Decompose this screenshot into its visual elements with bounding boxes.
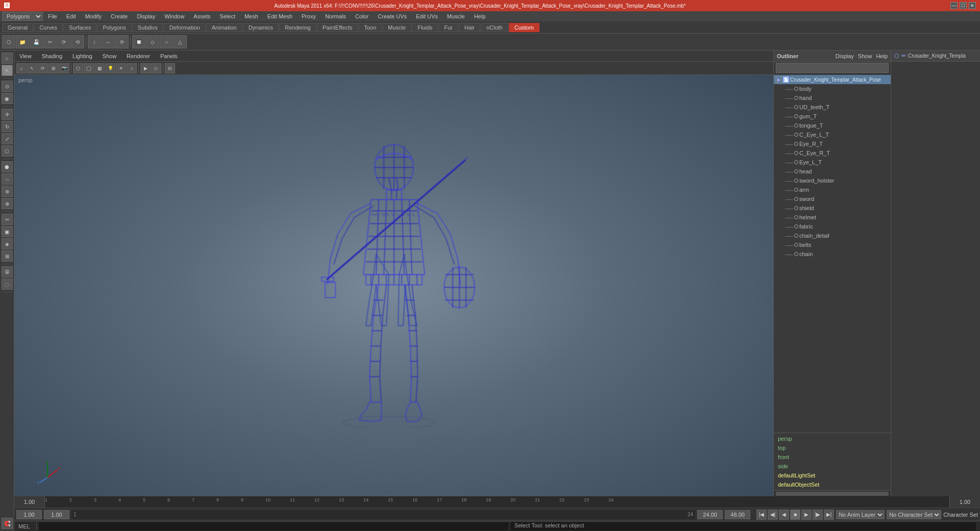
vp-icon-ipr[interactable]: ▷ xyxy=(151,63,161,73)
shelf-tab-ncloth[interactable]: nCloth xyxy=(481,23,508,32)
step-forward-button[interactable]: |▶ xyxy=(813,510,823,520)
menu-edit[interactable]: Edit xyxy=(62,12,80,20)
shelf-icon-3[interactable]: 💾 xyxy=(30,35,43,48)
goto-end-button[interactable]: ▶| xyxy=(824,510,834,520)
menu-muscle[interactable]: Muscle xyxy=(443,12,469,20)
tree-item-chain[interactable]: —— chain xyxy=(774,249,891,259)
outliner-help-btn[interactable]: Help xyxy=(876,53,888,59)
transform-tool[interactable]: ⬡ xyxy=(2,145,13,157)
shelf-icon-8[interactable]: ↔ xyxy=(102,35,115,48)
vp-icon-smooth[interactable]: ◯ xyxy=(84,63,94,73)
paint-tool[interactable]: ◉ xyxy=(2,93,13,104)
shelf-tab-fur[interactable]: Fur xyxy=(438,23,458,32)
vp-icon-refresh[interactable]: ⟳ xyxy=(38,63,48,73)
stop-button[interactable]: ■ xyxy=(790,510,800,520)
char-set-select[interactable]: No Character Set xyxy=(887,510,941,519)
tree-item-ceyerT[interactable]: —— C_Eye_R_T xyxy=(774,148,891,158)
menu-editmesh[interactable]: Edit Mesh xyxy=(263,12,297,20)
maximize-button[interactable]: ☐ xyxy=(960,2,967,9)
shelf-icon-12[interactable]: ○ xyxy=(160,35,173,48)
time-field-current[interactable] xyxy=(44,510,69,519)
snap-tool[interactable]: 🧲 xyxy=(2,518,13,529)
shelf-tab-dynamics[interactable]: Dynamics xyxy=(243,23,279,32)
vp-icon-home[interactable]: ⌂ xyxy=(16,63,27,73)
menu-display[interactable]: Display xyxy=(133,12,159,20)
shelf-icon-6[interactable]: ⟲ xyxy=(71,35,84,48)
tree-item-ceyelT[interactable]: —— C_Eye_L_T xyxy=(774,130,891,139)
menu-mesh[interactable]: Mesh xyxy=(240,12,262,20)
goto-start-button[interactable]: |◀ xyxy=(756,510,767,520)
step-back-button[interactable]: ◀| xyxy=(768,510,778,520)
bevel-tool[interactable]: ◈ xyxy=(2,238,13,249)
time-field-end2[interactable] xyxy=(725,510,750,519)
shelf-tab-deformation[interactable]: Deformation xyxy=(164,23,206,32)
shelf-icon-9[interactable]: ⟳ xyxy=(115,35,129,48)
menu-assets[interactable]: Assets xyxy=(189,12,214,20)
time-end[interactable]: 1.00 xyxy=(949,496,980,508)
shelf-icon-2[interactable]: 📁 xyxy=(16,35,29,48)
polygon-tool[interactable]: ⬟ xyxy=(2,161,13,172)
shelf-tab-rendering[interactable]: Rendering xyxy=(279,23,316,32)
tree-item-gum[interactable]: —— gum_T xyxy=(774,112,891,121)
shelf-tab-general[interactable]: General xyxy=(2,23,33,32)
time-field-start[interactable] xyxy=(16,510,42,519)
shelf-tab-painteffects[interactable]: PaintEffects xyxy=(317,23,358,32)
menu-color[interactable]: Color xyxy=(351,12,373,20)
menu-help[interactable]: Help xyxy=(470,12,490,20)
shelf-tab-animation[interactable]: Animation xyxy=(206,23,242,32)
menu-create[interactable]: Create xyxy=(107,12,132,20)
mel-input[interactable] xyxy=(39,522,508,530)
rivet-tool[interactable]: ⦿ xyxy=(2,266,13,277)
merge-tool[interactable]: ⊞ xyxy=(2,250,13,262)
tree-item-eyelT[interactable]: —— Eye_L_T xyxy=(774,158,891,167)
shelf-tab-hair[interactable]: Hair xyxy=(459,23,480,32)
vp-icon-light-2[interactable]: ☀ xyxy=(116,63,126,73)
shelf-icon-4[interactable]: ✂ xyxy=(43,35,57,48)
extrude-tool[interactable]: ▣ xyxy=(2,226,13,237)
vp-icon-light-1[interactable]: 💡 xyxy=(105,63,115,73)
mode-selector[interactable]: Polygons xyxy=(2,12,43,21)
outliner-search-input[interactable] xyxy=(776,63,889,73)
soft-tool[interactable]: ◌ xyxy=(2,279,13,290)
shelf-tab-custom[interactable]: Custom xyxy=(509,23,540,32)
vp-menu-show[interactable]: Show xyxy=(100,52,120,60)
shelf-icon-5[interactable]: ⟳ xyxy=(57,35,70,48)
vp-icon-layout[interactable]: ⊟ xyxy=(165,63,175,73)
tree-item-belts[interactable]: —— belts xyxy=(774,240,891,249)
vp-menu-shading[interactable]: Shading xyxy=(39,52,65,60)
anim-bar[interactable]: 1 24 xyxy=(71,510,695,519)
vp-menu-renderer[interactable]: Renderer xyxy=(124,52,153,60)
shelf-icon-1[interactable]: ⬡ xyxy=(2,35,15,48)
tree-root[interactable]: ▶ 📄 Crusader_Knight_Templar_Attack_Pose xyxy=(774,75,891,84)
menu-file[interactable]: File xyxy=(44,12,61,20)
outliner-show-btn[interactable]: Show xyxy=(858,53,872,59)
shelf-tab-fluids[interactable]: Fluids xyxy=(412,23,438,32)
menu-modify[interactable]: Modify xyxy=(81,12,106,20)
brush-tool[interactable]: ⊛ xyxy=(2,186,13,197)
tree-item-fabric[interactable]: —— fabric xyxy=(774,222,891,231)
tree-item-helmet[interactable]: —— helmet xyxy=(774,213,891,222)
tree-item-head[interactable]: —— head xyxy=(774,167,891,176)
tree-item-side[interactable]: side xyxy=(774,462,891,471)
lasso-tool[interactable]: ⊙ xyxy=(2,81,13,92)
tree-item-udteeth[interactable]: —— UD_teeth_T xyxy=(774,103,891,112)
shelf-icon-10[interactable]: 🔲 xyxy=(132,35,145,48)
time-field-end1[interactable] xyxy=(697,510,723,519)
shelf-tab-curves[interactable]: Curves xyxy=(34,23,63,32)
rotate-tool[interactable]: ↻ xyxy=(2,121,13,132)
close-button[interactable]: ✕ xyxy=(969,2,976,9)
tree-item-shield[interactable]: —— shield xyxy=(774,204,891,213)
shelf-icon-7[interactable]: ↕ xyxy=(88,35,101,48)
shelf-tab-subdivs[interactable]: Subdivs xyxy=(132,23,163,32)
shelf-icon-11[interactable]: ◇ xyxy=(146,35,159,48)
menu-normals[interactable]: Normals xyxy=(321,12,350,20)
menu-select[interactable]: Select xyxy=(215,12,239,20)
vp-icon-select[interactable]: ↖ xyxy=(27,63,37,73)
menu-edituvs[interactable]: Edit UVs xyxy=(412,12,442,20)
viewport-canvas[interactable]: persp xyxy=(14,75,773,496)
home-button[interactable]: ⌂ xyxy=(2,53,13,64)
shelf-icon-13[interactable]: △ xyxy=(174,35,187,48)
play-back-button[interactable]: ◀ xyxy=(779,510,789,520)
vp-menu-panels[interactable]: Panels xyxy=(157,52,181,60)
tree-item-tongue[interactable]: —— tongue_T xyxy=(774,121,891,130)
